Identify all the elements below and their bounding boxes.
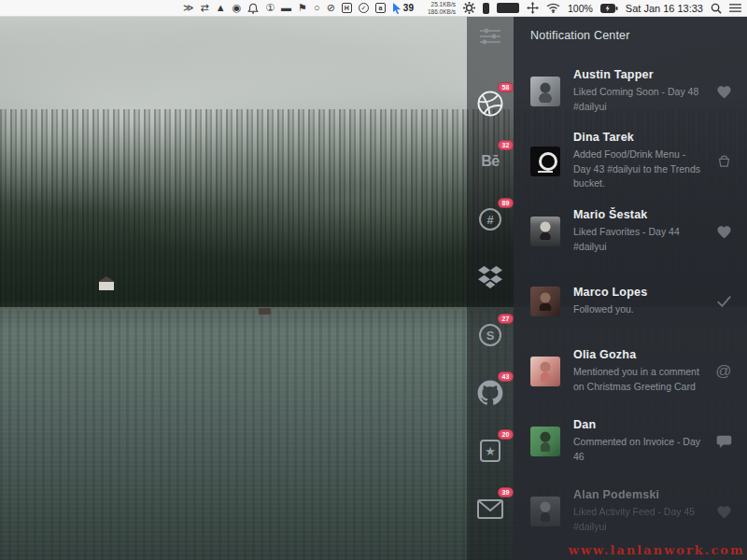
sidebar-item-skype[interactable]: S 27	[474, 319, 506, 351]
dropbox-icon	[478, 266, 502, 288]
menu-bar-clock[interactable]: Sat Jan 16 13:33	[626, 3, 703, 14]
sidebar-item-github[interactable]: 43	[474, 377, 506, 409]
avatar	[530, 497, 560, 526]
sidebar-item-dribbble[interactable]: 58	[474, 88, 506, 119]
notification-text: Followed you.	[573, 302, 704, 317]
notification-row[interactable]: Mario Šestak Liked Favorites - Day 44 #d…	[514, 196, 747, 266]
notification-name: Dina Tarek	[573, 131, 704, 144]
github-badge: 43	[498, 371, 514, 382]
mention-at-icon[interactable]: @	[713, 362, 734, 381]
sidebar-item-hashtag[interactable]: # 89	[474, 203, 506, 235]
move-arrows-icon[interactable]	[527, 2, 539, 14]
chevrons-icon[interactable]: ≫	[183, 3, 194, 13]
notification-row[interactable]: Marco Lopes Followed you.	[514, 266, 747, 336]
skype-icon: S	[479, 324, 501, 346]
behance-icon: Bē	[481, 153, 499, 170]
skype-badge: 27	[498, 314, 514, 324]
sidebar-item-mail[interactable]: 39	[474, 493, 506, 525]
notification-row[interactable]: Alan Podemski Liked Activity Feed - Day …	[514, 476, 747, 546]
device-icon[interactable]	[483, 3, 489, 14]
notification-row[interactable]: Olia Gozha Mentioned you in a comment on…	[514, 336, 747, 406]
notification-row[interactable]: Dina Tarek Added Food/Drink Menu - Day 4…	[514, 126, 747, 196]
notification-text: Added Food/Drink Menu - Day 43 #dailyui …	[573, 147, 704, 191]
gear-icon[interactable]	[463, 2, 475, 14]
star-doc-icon: ★	[480, 440, 500, 462]
avatar	[530, 357, 560, 386]
creative-cloud-icon[interactable]: ◉	[233, 3, 242, 13]
notification-name: Alan Podemski	[573, 488, 704, 501]
panel-title: Notification Center	[514, 17, 747, 56]
hashtag-badge: 89	[498, 198, 514, 208]
notification-name: Dan	[573, 418, 704, 431]
check-circle-icon[interactable]: ✓	[359, 3, 369, 13]
heart-icon[interactable]	[713, 84, 734, 99]
avatar	[530, 147, 560, 176]
mail-icon	[477, 499, 503, 519]
network-up: 25.1KB/s	[431, 1, 456, 7]
cursor-icon	[392, 3, 402, 14]
check-icon[interactable]	[713, 295, 734, 308]
lake-house	[99, 282, 114, 290]
menu-bar-right: 25.1KB/s 186.0KB/s 100% Sat Jan 16 13:33	[428, 1, 741, 16]
battery-icon[interactable]	[600, 4, 618, 13]
flag-icon[interactable]: ⚑	[298, 3, 307, 13]
avatar	[530, 217, 560, 246]
dash-icon[interactable]: ▬	[281, 3, 291, 13]
github-icon	[477, 380, 503, 406]
notification-center-icon[interactable]	[729, 3, 741, 13]
translate-icon[interactable]: a	[375, 3, 386, 13]
filters-sliders-icon[interactable]	[474, 26, 506, 47]
heart-icon[interactable]	[713, 504, 734, 519]
bell-icon[interactable]	[247, 3, 259, 14]
heart-icon[interactable]	[713, 224, 734, 239]
notification-name: Marco Lopes	[573, 286, 704, 299]
slash-circle-icon[interactable]: ⊘	[327, 3, 335, 13]
avatar	[530, 427, 560, 456]
hashtag-icon: #	[479, 208, 501, 231]
desktop: ≫ ⇄ ▲ ◉ ① ▬ ⚑ ○ ⊘ H ✓ a 39 25.1KB/s 186.…	[0, 0, 747, 560]
panel-sidebar: 58 Bē 32 # 89 S 27 43 ★	[467, 17, 514, 560]
favorites-badge: 20	[498, 429, 514, 440]
wifi-icon[interactable]	[546, 3, 560, 13]
one-circle-icon[interactable]: ①	[265, 3, 275, 13]
comment-icon[interactable]	[713, 434, 734, 449]
mail-badge: 39	[498, 487, 514, 497]
notification-text: Commented on Invoice - Day 46	[573, 435, 704, 465]
notification-row[interactable]: Dan Commented on Invoice - Day 46	[514, 406, 747, 476]
notification-name: Austin Tapper	[573, 68, 704, 81]
menu-bar: ≫ ⇄ ▲ ◉ ① ▬ ⚑ ○ ⊘ H ✓ a 39 25.1KB/s 186.…	[0, 0, 747, 17]
notification-text: Mentioned you in a comment on Christmas …	[573, 365, 704, 395]
dribbble-badge: 58	[498, 82, 514, 92]
sidebar-item-dropbox[interactable]	[474, 261, 506, 293]
notification-text: Liked Activity Feed - Day 45 #dailyui	[573, 505, 704, 535]
network-down: 186.0KB/s	[428, 8, 456, 15]
menu-bar-status-icons: ≫ ⇄ ▲ ◉ ① ▬ ⚑ ○ ⊘ H ✓ a 39	[183, 3, 414, 14]
notification-name: Olia Gozha	[573, 348, 704, 361]
notification-center-panel: 58 Bē 32 # 89 S 27 43 ★	[467, 17, 747, 560]
sidebar-item-favorites[interactable]: ★ 20	[474, 435, 506, 467]
notification-text: Liked Favorites - Day 44 #dailyui	[573, 225, 704, 255]
bucket-icon[interactable]	[713, 153, 734, 169]
notification-text: Liked Coming Soon - Day 48 #dailyui	[573, 85, 704, 115]
behance-badge: 32	[498, 140, 514, 150]
dribbble-icon	[476, 90, 504, 118]
sync-icon[interactable]: ⇄	[201, 3, 209, 13]
network-speed[interactable]: 25.1KB/s 186.0KB/s	[428, 1, 456, 16]
cursor-count: 39	[403, 3, 414, 13]
avatar	[530, 287, 560, 316]
display-icon[interactable]	[497, 3, 519, 13]
lake-hut	[259, 308, 271, 315]
circle-icon[interactable]: ○	[314, 3, 320, 13]
drive-icon[interactable]: ▲	[216, 3, 226, 13]
battery-percent: 100%	[568, 3, 593, 14]
search-icon[interactable]	[711, 3, 722, 14]
notification-list: Notification Center Austin Tapper Liked …	[514, 17, 747, 560]
cursor-counter[interactable]: 39	[392, 3, 414, 14]
avatar	[530, 77, 560, 106]
square-app-icon[interactable]: H	[342, 3, 352, 13]
notification-row[interactable]: Austin Tapper Liked Coming Soon - Day 48…	[514, 56, 747, 126]
sidebar-item-behance[interactable]: Bē 32	[474, 146, 506, 177]
notification-name: Mario Šestak	[573, 208, 704, 221]
watermark-text: www.lanlanwork.com	[569, 543, 745, 557]
